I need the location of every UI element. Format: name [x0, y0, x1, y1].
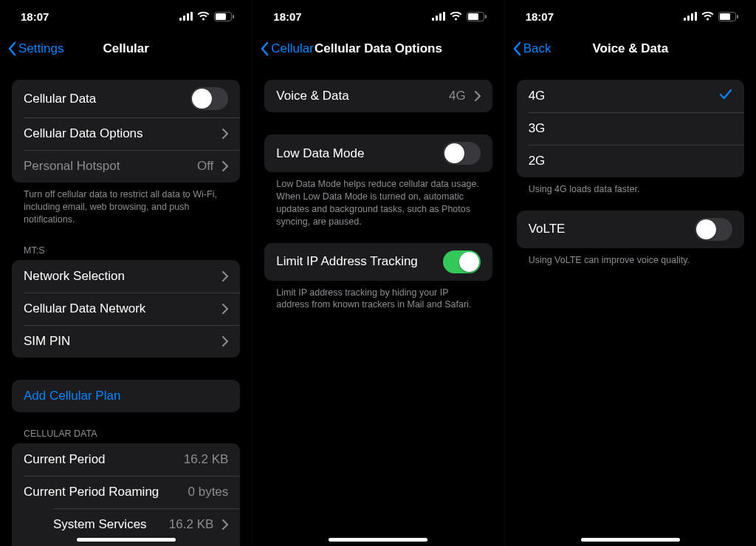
row-option-2g[interactable]: 2G	[517, 145, 744, 177]
group-voice-data: Voice & Data 4G	[264, 80, 492, 112]
label: 4G	[529, 89, 710, 103]
row-voice-and-data[interactable]: Voice & Data 4G	[264, 80, 492, 112]
svg-rect-16	[691, 13, 693, 21]
value: 16.2 KB	[169, 517, 214, 532]
nav-bar: Cellular Cellular Data Options	[252, 33, 504, 65]
group-network-options: 4G3G2G	[517, 80, 744, 177]
row-network-selection[interactable]: Network Selection	[12, 260, 240, 293]
row-cellular-data-network[interactable]: Cellular Data Network	[12, 293, 240, 325]
chevron-right-icon	[222, 271, 228, 281]
label: 2G	[529, 154, 732, 168]
group-usage: Current Period 16.2 KB Current Period Ro…	[12, 443, 240, 546]
chevron-right-icon	[222, 519, 228, 530]
label: Cellular Data	[24, 92, 182, 106]
svg-rect-7	[432, 18, 434, 21]
group-cellular-main: Cellular Data Cellular Data Options Pers…	[12, 80, 240, 182]
row-volte[interactable]: VoLTE	[517, 211, 744, 248]
svg-rect-13	[485, 15, 487, 18]
svg-rect-8	[436, 16, 438, 21]
cellular-signal-icon	[179, 12, 193, 21]
svg-rect-17	[695, 12, 697, 21]
checkmark-icon	[719, 89, 732, 103]
svg-rect-1	[183, 16, 185, 21]
battery-icon	[467, 12, 487, 21]
svg-rect-6	[233, 15, 234, 18]
chevron-right-icon	[222, 336, 228, 347]
row-system-services[interactable]: System Services 16.2 KB	[12, 508, 240, 541]
svg-rect-14	[684, 18, 686, 21]
label: Cellular Data Options	[24, 126, 213, 141]
row-low-data-mode[interactable]: Low Data Mode	[264, 134, 492, 172]
screen-cellular: 18:07 Settings Cellular Cellular Data Ce…	[0, 0, 252, 546]
label: Cellular Data Network	[24, 301, 213, 316]
footer-low-data-mode: Low Data Mode helps reduce cellular data…	[264, 172, 492, 231]
home-indicator[interactable]	[77, 538, 176, 542]
status-bar: 18:07	[252, 0, 504, 33]
row-add-cellular-plan[interactable]: Add Cellular Plan	[12, 380, 240, 412]
group-carrier: Network Selection Cellular Data Network …	[12, 260, 240, 358]
status-bar: 18:07	[505, 0, 756, 33]
svg-rect-19	[720, 13, 730, 20]
label: Low Data Mode	[276, 146, 433, 161]
wifi-icon	[197, 12, 210, 21]
row-personal-hotspot[interactable]: Personal Hotspot Off	[12, 150, 240, 182]
svg-rect-15	[687, 16, 690, 21]
row-cellular-data-options[interactable]: Cellular Data Options	[12, 117, 240, 150]
home-indicator[interactable]	[581, 538, 680, 542]
value: Off	[197, 159, 213, 174]
row-current-period: Current Period 16.2 KB	[12, 443, 240, 476]
label: System Services	[53, 517, 160, 532]
header-usage: CELLULAR DATA	[12, 412, 240, 443]
content: Cellular Data Cellular Data Options Pers…	[0, 65, 252, 546]
group-add-plan: Add Cellular Plan	[12, 380, 240, 412]
svg-rect-3	[190, 12, 193, 21]
svg-rect-5	[216, 13, 226, 20]
group-low-data-mode: Low Data Mode	[264, 134, 492, 172]
cellular-signal-icon	[684, 12, 697, 21]
label: VoLTE	[529, 222, 686, 236]
label: Personal Hotspot	[24, 159, 188, 174]
label: Network Selection	[24, 269, 213, 284]
footer-network-options: Using 4G loads data faster.	[517, 177, 744, 199]
group-limit-ip: Limit IP Address Tracking	[264, 243, 492, 281]
value: 16.2 KB	[184, 452, 229, 467]
svg-rect-2	[187, 13, 189, 21]
screen-voice-and-data: 18:07 Back Voice & Data 4G3G2G Using 4G …	[504, 0, 756, 546]
chevron-right-icon	[222, 304, 228, 314]
chevron-right-icon	[222, 129, 228, 139]
row-cellular-data[interactable]: Cellular Data	[12, 80, 240, 117]
content: Voice & Data 4G Low Data Mode Low Data M…	[252, 65, 504, 546]
row-option-3g[interactable]: 3G	[517, 112, 744, 145]
group-volte: VoLTE	[517, 211, 744, 248]
svg-rect-0	[179, 18, 182, 21]
cellular-data-toggle[interactable]	[190, 87, 228, 110]
label: SIM PIN	[24, 334, 213, 349]
svg-rect-12	[468, 13, 478, 20]
volte-toggle[interactable]	[695, 218, 732, 241]
label: Current Period Roaming	[24, 485, 179, 499]
label: 3G	[529, 121, 732, 136]
status-time: 18:07	[273, 10, 301, 23]
row-sim-pin[interactable]: SIM PIN	[12, 325, 240, 358]
home-indicator[interactable]	[329, 538, 427, 542]
low-data-mode-toggle[interactable]	[443, 142, 481, 165]
chevron-right-icon	[475, 91, 481, 101]
svg-rect-10	[443, 12, 445, 21]
status-indicators	[179, 12, 234, 21]
row-current-period-roaming: Current Period Roaming 0 bytes	[12, 476, 240, 508]
content: 4G3G2G Using 4G loads data faster. VoLTE…	[505, 65, 756, 546]
status-time: 18:07	[526, 10, 554, 23]
battery-icon	[214, 12, 234, 21]
battery-icon	[718, 12, 738, 21]
row-option-4g[interactable]: 4G	[517, 80, 744, 112]
nav-title: Cellular	[0, 41, 252, 56]
limit-ip-toggle[interactable]	[443, 250, 481, 273]
wifi-icon	[450, 12, 462, 21]
status-bar: 18:07	[0, 0, 252, 33]
status-indicators	[432, 12, 487, 21]
wifi-icon	[701, 12, 714, 21]
row-limit-ip-tracking[interactable]: Limit IP Address Tracking	[264, 243, 492, 281]
footer-cellular-data: Turn off cellular data to restrict all d…	[12, 182, 240, 229]
label: Voice & Data	[276, 89, 440, 103]
label: Add Cellular Plan	[24, 389, 228, 403]
